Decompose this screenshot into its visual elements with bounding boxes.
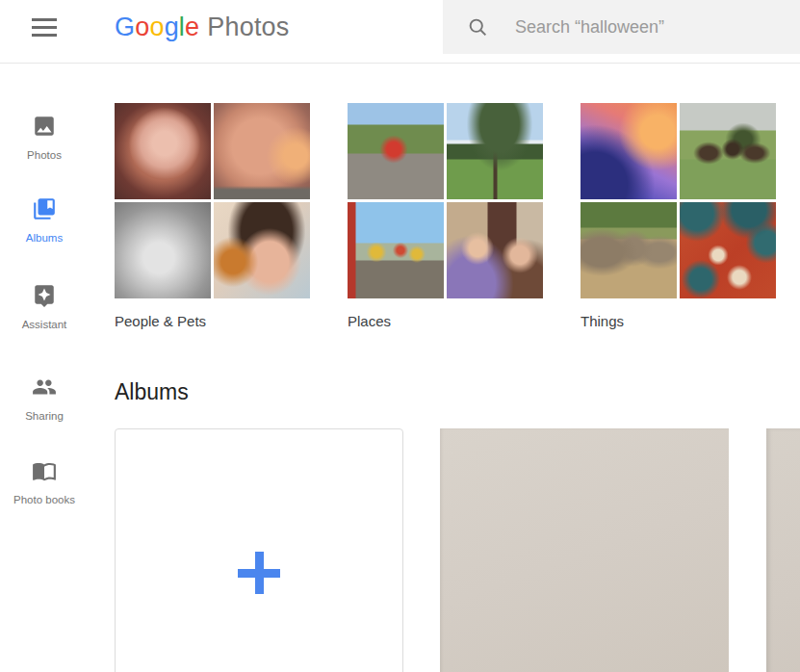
sidebar-item-label: Photos (0, 149, 89, 161)
photo-thumbnail (348, 202, 444, 298)
album-card[interactable] (766, 428, 800, 672)
hamburger-icon (32, 18, 57, 21)
sidebar-item-label: Sharing (0, 410, 89, 422)
google-photos-app: GooglePhotos Photos Albums (0, 0, 800, 672)
category-card-people-pets[interactable]: People & Pets (115, 103, 310, 329)
category-card-things[interactable]: Things (581, 103, 776, 329)
search-bar[interactable] (443, 0, 800, 54)
photo-thumbnail (447, 103, 543, 199)
plus-icon (238, 552, 280, 594)
photos-icon (32, 114, 57, 139)
assistant-icon (32, 283, 57, 308)
category-label: People & Pets (115, 313, 310, 329)
sidebar-item-photos[interactable]: Photos (0, 114, 89, 161)
category-thumbnail-grid (581, 103, 776, 298)
photo-thumbnail (680, 103, 776, 199)
logo-letter: G (115, 13, 135, 41)
sharing-icon (32, 375, 57, 400)
sidebar-item-albums[interactable]: Albums (0, 196, 89, 244)
album-card[interactable] (440, 428, 729, 672)
category-label: Places (348, 313, 543, 329)
photo-thumbnail (680, 202, 776, 298)
search-input[interactable] (515, 17, 785, 38)
category-thumbnail-grid (115, 103, 310, 298)
photo-books-icon (32, 458, 57, 483)
sidebar-item-sharing[interactable]: Sharing (0, 375, 89, 422)
category-label: Things (581, 313, 776, 329)
sidebar-item-label: Albums (0, 232, 89, 244)
photo-thumbnail (581, 103, 677, 199)
sidebar-item-label: Assistant (0, 319, 89, 330)
search-icon (468, 17, 488, 38)
sidebar-item-label: Photo books (0, 494, 89, 505)
menu-button[interactable] (32, 18, 57, 37)
category-card-places[interactable]: Places (348, 103, 543, 329)
photo-thumbnail (581, 202, 677, 298)
photo-thumbnail (115, 202, 211, 298)
albums-section-heading: Albums (115, 379, 189, 405)
logo-product-name: Photos (207, 13, 289, 41)
albums-icon (32, 196, 57, 221)
photo-thumbnail (447, 202, 543, 298)
sidebar: Photos Albums Assistant Sharing Photo bo (0, 64, 89, 672)
photo-thumbnail (214, 103, 310, 199)
photo-thumbnail (214, 202, 310, 298)
category-thumbnail-grid (348, 103, 543, 298)
photo-thumbnail (115, 103, 211, 199)
create-album-button[interactable] (115, 428, 403, 672)
app-header: GooglePhotos (0, 0, 800, 64)
google-photos-logo[interactable]: GooglePhotos (115, 13, 290, 42)
photo-thumbnail (348, 103, 444, 199)
sidebar-item-photo-books[interactable]: Photo books (0, 458, 89, 505)
sidebar-item-assistant[interactable]: Assistant (0, 283, 89, 330)
